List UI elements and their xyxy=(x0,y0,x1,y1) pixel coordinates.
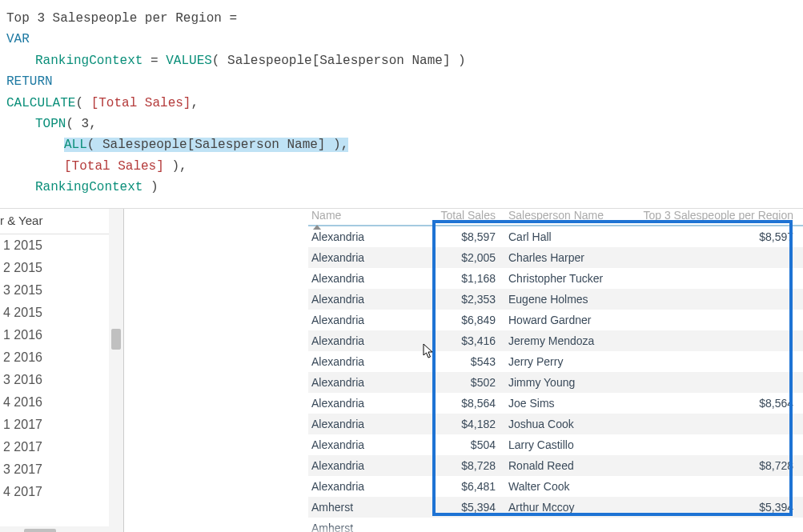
cell-salesperson: Joshua Cook xyxy=(508,418,628,430)
cell-salesperson: Larry Castillo xyxy=(508,438,628,451)
cell-total-sales: $2,353 xyxy=(380,293,508,306)
slicer-item[interactable]: 4 2017 xyxy=(0,481,123,503)
cell-salesperson: Jerry Perry xyxy=(508,355,628,368)
slicer-item[interactable]: 1 2016 xyxy=(0,324,123,346)
cell-salesperson: Carl Hall xyxy=(508,230,628,243)
cell-total-sales: $8,597 xyxy=(380,230,508,243)
cell-salesperson: Walter Cook xyxy=(508,480,628,493)
slicer-item[interactable]: 3 2017 xyxy=(0,458,123,481)
cell-salesperson: Arthur Mccoy xyxy=(508,501,628,514)
cell-total-sales: $1,168 xyxy=(380,272,508,285)
slicer-item[interactable]: 3 2015 xyxy=(0,279,123,302)
slicer-item[interactable]: 2 2017 xyxy=(0,436,123,458)
cell-salesperson: Charles Harper xyxy=(508,251,628,264)
slicer-vertical-scrollbar[interactable] xyxy=(109,209,123,526)
cell-total-sales: $543 xyxy=(380,355,508,368)
cell-top3: $8,597 xyxy=(628,230,803,243)
cell-name: Alexandria xyxy=(308,272,380,285)
table-row[interactable]: Alexandria$6,481Walter Cook xyxy=(308,476,803,497)
cell-salesperson: Jimmy Young xyxy=(508,376,628,389)
cell-salesperson: Jeremy Mendoza xyxy=(508,334,628,347)
slicer-panel[interactable]: r & Year 1 20152 20153 20154 20151 20162… xyxy=(0,209,124,532)
selected-text: ALL( Salespeople[Salesperson Name] ), xyxy=(64,138,348,152)
slicer-item[interactable]: 4 2015 xyxy=(0,302,123,324)
table-row[interactable]: Amherst$5,394Arthur Mccoy$5,394 xyxy=(308,497,803,518)
data-table[interactable]: Name Total Sales Salesperson Name Top 3 … xyxy=(308,209,803,532)
cell-salesperson: Joe Sims xyxy=(508,397,628,410)
cell-name: Alexandria xyxy=(308,355,380,368)
cell-total-sales: $4,182 xyxy=(380,418,508,430)
variable-name: RankingContext xyxy=(35,54,143,68)
column-header-total-sales[interactable]: Total Sales xyxy=(380,209,508,222)
table-row[interactable]: Alexandria$6,849Howard Gardner xyxy=(308,310,803,330)
cell-total-sales: $3,416 xyxy=(380,334,508,347)
cell-total-sales: $5,394 xyxy=(380,501,508,514)
cell-total-sales: $502 xyxy=(380,376,508,389)
slicer-item[interactable]: 3 2016 xyxy=(0,369,123,391)
slicer-item[interactable]: 4 2016 xyxy=(0,391,123,414)
table-row[interactable]: Alexandria$4,182Joshua Cook xyxy=(308,414,803,434)
table-row[interactable]: Alexandria$543Jerry Perry xyxy=(308,351,803,372)
table-row[interactable]: Alexandria$2,353Eugene Holmes xyxy=(308,289,803,310)
return-keyword: RETURN xyxy=(6,74,53,89)
slicer-item[interactable]: 2 2015 xyxy=(0,257,123,279)
measure-name: Top 3 Salespeople per Region xyxy=(6,11,222,26)
table-row[interactable]: Alexandria$3,416Jeremy Mendoza xyxy=(308,330,803,351)
cell-total-sales: $6,849 xyxy=(380,314,508,326)
column-header-top3[interactable]: Top 3 Salespeople per Region xyxy=(628,209,803,222)
cell-name: Alexandria xyxy=(308,334,380,347)
table-row[interactable]: Alexandria$504Larry Castillo xyxy=(308,434,803,455)
scrollbar-thumb[interactable] xyxy=(111,329,121,350)
values-function: VALUES xyxy=(166,54,212,68)
cell-name: Alexandria xyxy=(308,293,380,306)
cell-name: Alexandria xyxy=(308,418,380,430)
cell-name: Alexandria xyxy=(308,480,380,493)
cell-total-sales: $504 xyxy=(380,438,508,451)
calculate-function: CALCULATE xyxy=(6,96,75,110)
slicer-horizontal-scrollbar[interactable] xyxy=(0,526,123,532)
cell-name: Alexandria xyxy=(308,459,380,472)
cell-name: Amherst xyxy=(308,501,380,514)
table-row[interactable]: Alexandria$8,728Ronald Reed$8,728 xyxy=(308,455,803,476)
cell-total-sales: $8,728 xyxy=(380,459,508,472)
column-header-name[interactable]: Name xyxy=(311,209,341,222)
cell-name: Alexandria xyxy=(308,438,380,451)
cell-top3: $8,728 xyxy=(628,459,803,472)
table-row[interactable]: Alexandria$8,597Carl Hall$8,597 xyxy=(308,226,803,247)
table-header-row: Name Total Sales Salesperson Name Top 3 … xyxy=(308,209,803,226)
cell-name: Alexandria xyxy=(308,314,380,326)
topn-function: TOPN xyxy=(35,117,66,131)
cell-total-sales: $2,005 xyxy=(380,251,508,264)
table-row[interactable]: Alexandria$502Jimmy Young xyxy=(308,372,803,393)
cell-total-sales: $8,564 xyxy=(380,397,508,410)
column-header-salesperson[interactable]: Salesperson Name xyxy=(508,209,628,222)
table-row[interactable]: Alexandria$2,005Charles Harper xyxy=(308,247,803,268)
cell-name: Alexandria xyxy=(308,397,380,410)
cell-salesperson: Ronald Reed xyxy=(508,459,628,472)
scrollbar-thumb[interactable] xyxy=(24,529,56,532)
slicer-item[interactable]: 1 2017 xyxy=(0,414,123,436)
cell-total-sales: $6,481 xyxy=(380,480,508,493)
cell-salesperson: Eugene Holmes xyxy=(508,293,628,306)
slicer-item[interactable]: 2 2016 xyxy=(0,346,123,369)
cell-salesperson: Christopher Tucker xyxy=(508,272,628,285)
cell-top3: $8,564 xyxy=(628,397,803,410)
cell-name: Alexandria xyxy=(308,230,380,243)
cell-salesperson: Howard Gardner xyxy=(508,314,628,326)
formula-bar[interactable]: Top 3 Salespeople per Region = VAR Ranki… xyxy=(0,0,803,209)
cell-top3: $5,394 xyxy=(628,501,803,514)
table-row[interactable]: Alexandria$8,564Joe Sims$8,564 xyxy=(308,393,803,414)
slicer-header: r & Year xyxy=(0,209,123,234)
table-row[interactable]: Alexandria$1,168Christopher Tucker xyxy=(308,268,803,289)
cell-name: Alexandria xyxy=(308,251,380,264)
var-keyword: VAR xyxy=(6,32,30,46)
slicer-item[interactable]: 1 2015 xyxy=(0,234,123,257)
cell-name: Alexandria xyxy=(308,376,380,389)
